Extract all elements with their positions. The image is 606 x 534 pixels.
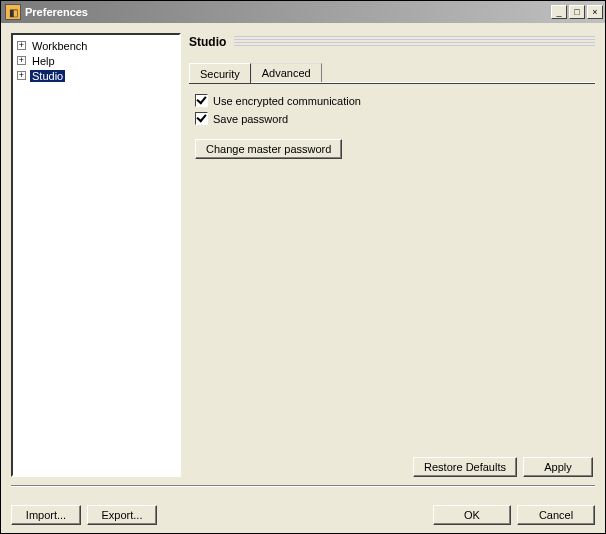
defaults-row: Restore Defaults Apply bbox=[189, 453, 595, 477]
tabs: Security Advanced bbox=[189, 61, 595, 82]
titlebar[interactable]: ◧ Preferences _ □ × bbox=[1, 1, 605, 23]
tab-label: Security bbox=[200, 68, 240, 80]
change-master-password-button[interactable]: Change master password bbox=[195, 139, 342, 159]
expand-icon[interactable]: + bbox=[17, 41, 26, 50]
use-encrypted-checkbox[interactable] bbox=[195, 94, 208, 107]
window-title: Preferences bbox=[25, 6, 549, 18]
ok-button[interactable]: OK bbox=[433, 505, 511, 525]
use-encrypted-row[interactable]: Use encrypted communication bbox=[195, 94, 589, 107]
preferences-window: ◧ Preferences _ □ × + Workbench + Help +… bbox=[0, 0, 606, 534]
header-decoration bbox=[234, 36, 595, 48]
tab-advanced[interactable]: Advanced bbox=[251, 63, 322, 82]
section-header: Studio bbox=[189, 33, 595, 55]
settings-panel: Studio Security Advanced bbox=[189, 33, 595, 477]
save-password-label: Save password bbox=[213, 113, 288, 125]
save-password-checkbox[interactable] bbox=[195, 112, 208, 125]
content-area: + Workbench + Help + Studio Studio bbox=[1, 23, 605, 533]
tree-label: Workbench bbox=[30, 40, 89, 52]
app-icon: ◧ bbox=[5, 4, 21, 20]
expand-icon[interactable]: + bbox=[17, 56, 26, 65]
use-encrypted-label: Use encrypted communication bbox=[213, 95, 361, 107]
cancel-button[interactable]: Cancel bbox=[517, 505, 595, 525]
tab-security[interactable]: Security bbox=[189, 63, 251, 83]
export-button[interactable]: Export... bbox=[87, 505, 157, 525]
main-area: + Workbench + Help + Studio Studio bbox=[11, 33, 595, 477]
apply-button[interactable]: Apply bbox=[523, 457, 593, 477]
maximize-button[interactable]: □ bbox=[569, 5, 585, 19]
restore-defaults-button[interactable]: Restore Defaults bbox=[413, 457, 517, 477]
bottom-bar: Import... Export... OK Cancel bbox=[11, 487, 595, 525]
preferences-tree[interactable]: + Workbench + Help + Studio bbox=[11, 33, 181, 477]
minimize-button[interactable]: _ bbox=[551, 5, 567, 19]
save-password-row[interactable]: Save password bbox=[195, 112, 589, 125]
close-button[interactable]: × bbox=[587, 5, 603, 19]
tab-label: Advanced bbox=[262, 67, 311, 79]
tree-label: Help bbox=[30, 55, 57, 67]
tree-item-studio[interactable]: + Studio bbox=[15, 68, 177, 83]
expand-icon[interactable]: + bbox=[17, 71, 26, 80]
tab-content-security: Use encrypted communication Save passwor… bbox=[189, 84, 595, 165]
tree-label: Studio bbox=[30, 70, 65, 82]
tree-item-help[interactable]: + Help bbox=[15, 53, 177, 68]
section-title: Studio bbox=[189, 35, 226, 49]
import-button[interactable]: Import... bbox=[11, 505, 81, 525]
tree-item-workbench[interactable]: + Workbench bbox=[15, 38, 177, 53]
